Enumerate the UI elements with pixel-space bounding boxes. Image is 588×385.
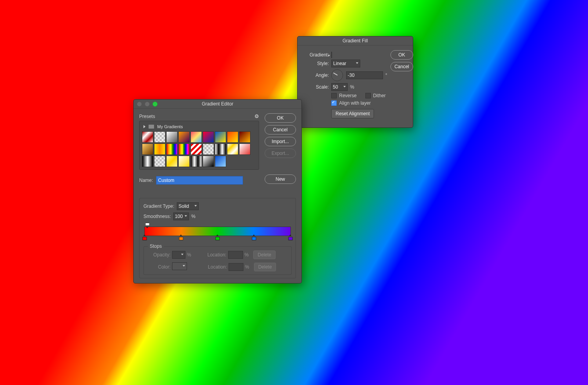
window-zoom-icon[interactable] xyxy=(152,102,158,107)
preset-swatch[interactable] xyxy=(178,156,190,167)
style-select[interactable]: Linear xyxy=(331,60,360,67)
preset-swatch[interactable] xyxy=(142,131,153,143)
delete-opacity-stop-button[interactable]: Delete xyxy=(253,251,276,259)
opacity-unit: % xyxy=(187,252,191,258)
gradient-fill-title: Gradient Fill xyxy=(343,38,368,44)
color-location-input xyxy=(229,263,243,271)
preset-swatch[interactable] xyxy=(191,143,202,155)
preset-grid xyxy=(142,131,256,167)
opacity-location-label: Location: xyxy=(203,252,227,258)
preset-swatch[interactable] xyxy=(154,143,165,155)
delete-color-stop-button[interactable]: Delete xyxy=(254,263,276,271)
type-label: Gradient Type: xyxy=(143,203,174,209)
scale-input[interactable] xyxy=(331,83,348,91)
reverse-checkbox[interactable] xyxy=(331,93,337,98)
presets-panel: My Gradients xyxy=(139,121,259,170)
ok-button[interactable]: OK xyxy=(390,50,413,60)
preset-swatch[interactable] xyxy=(166,156,178,167)
editor-cancel-button[interactable]: Cancel xyxy=(265,125,296,134)
opacity-location-input xyxy=(228,251,243,259)
name-label: Name: xyxy=(139,178,153,183)
chevron-right-icon xyxy=(143,125,145,128)
editor-ok-button[interactable]: OK xyxy=(265,113,296,123)
gradient-fill-titlebar[interactable]: Gradient Fill xyxy=(298,36,413,45)
opacity-input xyxy=(172,251,185,259)
opacity-label: Opacity: xyxy=(148,252,171,258)
opacity-location-unit: % xyxy=(245,252,249,258)
color-stop[interactable] xyxy=(216,236,220,241)
preset-swatch[interactable] xyxy=(203,131,214,143)
preset-swatch[interactable] xyxy=(191,156,202,167)
import-button[interactable]: Import... xyxy=(265,137,296,146)
preset-swatch[interactable] xyxy=(215,156,226,167)
dither-label: Dither xyxy=(373,93,386,98)
gradient-editor-dialog: Gradient Editor Presets ⚙︎ My Gradients xyxy=(133,99,302,283)
preset-swatch[interactable] xyxy=(178,143,190,155)
gradient-editor-titlebar[interactable]: Gradient Editor xyxy=(134,100,301,109)
color-stop[interactable] xyxy=(143,236,147,241)
gradient-picker[interactable] xyxy=(331,52,332,58)
folder-name: My Gradients xyxy=(157,124,183,129)
preset-swatch[interactable] xyxy=(215,143,226,155)
angle-unit: ° xyxy=(385,73,387,78)
color-stop[interactable] xyxy=(179,236,183,241)
preset-swatch[interactable] xyxy=(178,131,190,143)
preset-swatch[interactable] xyxy=(239,131,250,143)
gradient-fill-dialog: Gradient Fill Gradient: Style: Linear An… xyxy=(297,36,413,128)
preset-swatch[interactable] xyxy=(166,131,178,143)
style-label: Style: xyxy=(303,61,329,66)
preset-swatch[interactable] xyxy=(227,143,238,155)
preset-swatch[interactable] xyxy=(239,143,250,155)
export-button[interactable]: Export... xyxy=(265,149,296,158)
opacity-stop[interactable] xyxy=(145,223,150,227)
smoothness-label: Smoothness: xyxy=(143,214,171,219)
color-location-unit: % xyxy=(245,264,249,270)
new-button[interactable]: New xyxy=(265,174,296,184)
color-label: Color: xyxy=(148,264,171,270)
preset-swatch[interactable] xyxy=(215,131,226,143)
smoothness-unit: % xyxy=(191,214,196,219)
angle-label: Angle: xyxy=(303,73,329,78)
dither-checkbox[interactable] xyxy=(365,93,371,98)
presets-label: Presets xyxy=(139,114,155,119)
reverse-label: Reverse xyxy=(339,93,357,98)
color-stop[interactable] xyxy=(289,236,293,241)
preset-swatch[interactable] xyxy=(203,143,214,155)
window-close-icon[interactable] xyxy=(137,102,142,107)
preset-swatch[interactable] xyxy=(154,156,165,167)
type-select[interactable]: Solid xyxy=(177,202,199,210)
preset-swatch[interactable] xyxy=(142,156,153,167)
preset-swatch[interactable] xyxy=(166,143,178,155)
smoothness-input[interactable] xyxy=(173,212,189,220)
gradient-label: Gradient: xyxy=(303,52,329,58)
scale-unit: % xyxy=(350,84,354,90)
gradient-settings-group: Gradient Type: Solid Smoothness: % xyxy=(139,198,296,278)
angle-wheel[interactable] xyxy=(331,69,343,81)
align-checkbox[interactable] xyxy=(331,100,337,106)
preset-swatch[interactable] xyxy=(154,131,165,143)
preset-swatch[interactable] xyxy=(142,143,153,155)
folder-icon xyxy=(149,125,154,129)
preset-swatch[interactable] xyxy=(203,156,214,167)
color-stop[interactable] xyxy=(252,236,256,241)
stops-group: Stops Opacity: % Location: % Delete Colo… xyxy=(143,246,292,275)
scale-label: Scale: xyxy=(303,84,329,90)
color-location-label: Location: xyxy=(203,264,227,270)
gradient-bar[interactable] xyxy=(144,227,291,236)
align-label: Align with layer xyxy=(339,100,371,106)
gradient-editor-title: Gradient Editor xyxy=(202,101,234,107)
reset-alignment-button[interactable]: Reset Alignment xyxy=(331,109,374,118)
gear-icon[interactable]: ⚙︎ xyxy=(254,113,259,119)
angle-input[interactable] xyxy=(346,71,383,79)
preset-swatch[interactable] xyxy=(191,131,202,143)
presets-folder[interactable]: My Gradients xyxy=(142,123,256,131)
window-minimize-icon[interactable] xyxy=(145,102,150,107)
color-swatch[interactable] xyxy=(172,262,187,270)
preset-swatch[interactable] xyxy=(227,131,238,143)
stops-label: Stops xyxy=(148,243,164,249)
name-input[interactable] xyxy=(156,176,243,185)
cancel-button[interactable]: Cancel xyxy=(390,62,413,71)
